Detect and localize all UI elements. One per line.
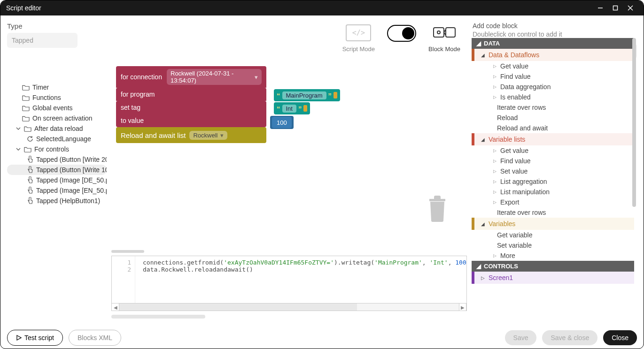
- chevron-down-icon: [16, 126, 21, 131]
- tree-sidebar: Timer Functions Global events On screen …: [7, 61, 107, 319]
- palette-item[interactable]: ▷Find value: [472, 71, 634, 82]
- folder-icon: [22, 115, 30, 121]
- palette-item[interactable]: ▷Is enabled: [472, 92, 634, 102]
- palette-item[interactable]: ▷Get value: [472, 145, 634, 156]
- tree-on-screen-activation[interactable]: On screen activation: [7, 113, 107, 123]
- script-mode-label: Script Mode: [342, 46, 375, 53]
- tree-tapped-item[interactable]: Tapped (Button [Write 10: [7, 165, 107, 175]
- script-mode-option[interactable]: </> Script Mode: [342, 22, 375, 53]
- blocks-xml-button[interactable]: Blocks XML: [69, 330, 121, 346]
- svg-point-6: [437, 31, 440, 34]
- close-window-button[interactable]: [623, 0, 638, 15]
- reload-list-chip[interactable]: Rockwell▾: [189, 131, 227, 140]
- tap-icon: [27, 156, 33, 163]
- block-mode-label: Block Mode: [428, 46, 460, 53]
- code-hscrollbar[interactable]: ◀ ▶: [111, 303, 467, 311]
- palette-item[interactable]: ▷Export: [472, 197, 634, 207]
- canvas-scrollbar[interactable]: [111, 250, 467, 255]
- block-stack[interactable]: for connection Rockwell (2024-07-31 - 13…: [116, 66, 266, 143]
- add-block-subtitle: Doubleclick on control to add it: [473, 30, 637, 38]
- block-mode-icon: [433, 24, 456, 42]
- scroll-right-button[interactable]: ▶: [459, 303, 466, 311]
- palette-item[interactable]: Reload: [472, 113, 634, 123]
- svg-rect-4: [434, 28, 444, 37]
- value-slot-outer[interactable]: 100: [270, 116, 294, 129]
- code-content[interactable]: connections.getfromid('exAyTzOahV0aDY14I…: [135, 256, 466, 303]
- palette-item[interactable]: Set variable: [472, 240, 634, 250]
- connection-chip[interactable]: Rockwell (2024-07-31 - 13:54:07)▾: [167, 69, 262, 85]
- palette-item[interactable]: ▷Set value: [472, 166, 634, 176]
- group-screen1[interactable]: ▷Screen1: [472, 272, 634, 284]
- block-to-value-label: to value: [121, 117, 163, 124]
- palette-item[interactable]: ▷List manipulation: [472, 187, 634, 197]
- block-for-program-label: for program: [121, 91, 163, 98]
- section-data[interactable]: ◢DATA: [472, 38, 634, 49]
- program-slot[interactable]: “MainProgram”: [274, 89, 340, 101]
- block-set-tag-label: set tag: [121, 104, 163, 111]
- tree-selected-language[interactable]: SelectedLanguage: [7, 134, 107, 144]
- group-variable-lists[interactable]: ◢Variable lists: [472, 133, 634, 145]
- palette-scrollbar[interactable]: [632, 38, 636, 207]
- folder-icon: [24, 146, 31, 152]
- tap-icon: [27, 166, 33, 174]
- folder-icon: [22, 84, 30, 91]
- type-input[interactable]: [7, 33, 78, 48]
- tree-global-events[interactable]: Global events: [7, 103, 107, 113]
- test-script-button[interactable]: Test script: [7, 330, 63, 346]
- value-number[interactable]: 100: [272, 117, 292, 128]
- palette-item[interactable]: ▷Get value: [472, 61, 634, 71]
- palette-item[interactable]: ▷Data aggregation: [472, 82, 634, 92]
- folder-icon: [22, 105, 30, 111]
- dropdown-caret-icon: ▾: [220, 132, 224, 139]
- group-data-dataflows[interactable]: ◢Data & Dataflows: [472, 49, 634, 61]
- type-label: Type: [7, 22, 101, 30]
- folder-icon: [22, 94, 30, 101]
- palette-item[interactable]: Iterate over rows: [472, 102, 634, 113]
- tree-for-controls[interactable]: For controls: [7, 144, 107, 154]
- close-button[interactable]: Close: [603, 330, 637, 345]
- bottom-scrollbar[interactable]: [111, 315, 205, 319]
- titlebar: Script editor: [0, 0, 644, 15]
- save-button[interactable]: Save: [505, 330, 537, 345]
- save-close-button[interactable]: Save & close: [542, 330, 597, 345]
- play-icon: [16, 335, 22, 341]
- folder-icon: [24, 125, 31, 132]
- minimize-button[interactable]: [593, 0, 608, 15]
- tree-tapped-item[interactable]: Tapped (Image [DE_50.p: [7, 175, 107, 185]
- palette-item[interactable]: Get variable: [472, 230, 634, 240]
- block-palette[interactable]: ◢DATA ◢Data & Dataflows ▷Get value ▷Find…: [472, 38, 637, 284]
- palette-item[interactable]: ▷Find value: [472, 156, 634, 166]
- trash-icon[interactable]: [427, 195, 447, 224]
- scroll-left-button[interactable]: ◀: [112, 303, 119, 311]
- section-controls[interactable]: ◢CONTROLS: [472, 261, 634, 272]
- tap-icon: [27, 197, 33, 205]
- palette-item[interactable]: ▷More: [472, 250, 634, 261]
- svg-rect-1: [613, 6, 618, 10]
- tree-tapped-item[interactable]: Tapped (Button [Write 20: [7, 154, 107, 165]
- svg-rect-5: [446, 28, 455, 37]
- tap-icon: [27, 187, 33, 194]
- block-for-connection-label: for connection: [121, 73, 163, 81]
- add-block-title: Add code block: [473, 22, 637, 30]
- tree-tapped-item[interactable]: Tapped (HelpButton1): [7, 196, 107, 206]
- reload-await-block[interactable]: Reload and await list Rockwell▾: [116, 127, 266, 143]
- group-variables[interactable]: ◢Variables: [472, 218, 634, 230]
- tree-functions[interactable]: Functions: [7, 92, 107, 103]
- code-editor[interactable]: 12 connections.getfromid('exAyTzOahV0aDY…: [111, 256, 467, 303]
- code-gutter: 12: [112, 256, 135, 303]
- block-canvas[interactable]: for connection Rockwell (2024-07-31 - 13…: [111, 61, 467, 250]
- tree-timer[interactable]: Timer: [7, 82, 107, 92]
- tag-slot[interactable]: “Int”: [274, 102, 310, 114]
- reload-icon: [27, 136, 33, 142]
- tree-after-data-reload[interactable]: After data reload: [7, 123, 107, 134]
- palette-item[interactable]: ▷List aggregation: [472, 176, 634, 187]
- palette-item[interactable]: Reload and await: [472, 123, 634, 133]
- tree-tapped-item[interactable]: Tapped (Image [EN_50.p: [7, 185, 107, 196]
- chevron-down-icon: [16, 147, 21, 152]
- script-mode-icon: </>: [346, 24, 371, 41]
- maximize-button[interactable]: [608, 0, 623, 15]
- palette-item[interactable]: Iterate over rows: [472, 207, 634, 218]
- mode-toggle[interactable]: [387, 22, 416, 42]
- block-mode-option[interactable]: Block Mode: [428, 22, 460, 53]
- dropdown-caret-icon: ▾: [255, 74, 258, 81]
